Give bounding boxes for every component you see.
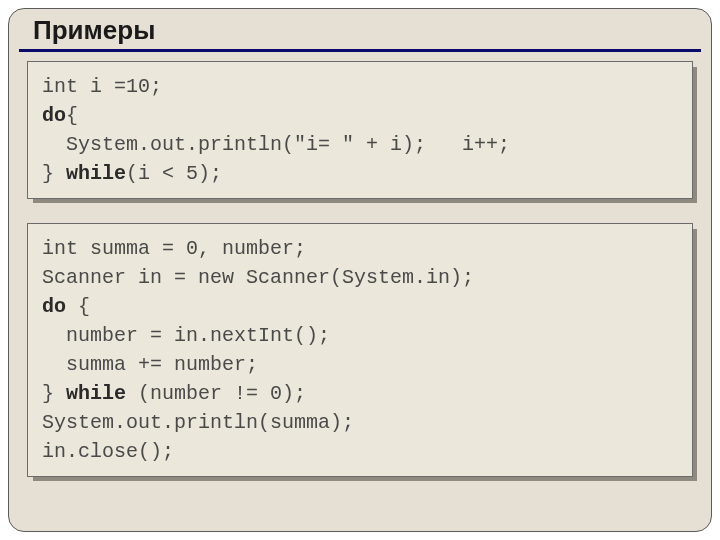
code-block-2-body: int summa = 0, number; Scanner in = new … (27, 223, 693, 477)
code-line: do { (42, 292, 678, 321)
content-area: int i =10; do{ System.out.println("i= " … (27, 61, 693, 517)
code-line: in.close(); (42, 437, 678, 466)
code-block-1: int i =10; do{ System.out.println("i= " … (27, 61, 693, 199)
code-line: number = in.nextInt(); (42, 321, 678, 350)
title-divider (19, 49, 701, 52)
code-line: int summa = 0, number; (42, 234, 678, 263)
code-line: } while (number != 0); (42, 379, 678, 408)
code-line: do{ (42, 101, 678, 130)
code-line: } while(i < 5); (42, 159, 678, 188)
code-block-1-body: int i =10; do{ System.out.println("i= " … (27, 61, 693, 199)
slide-card: Примеры int i =10; do{ System.out.printl… (8, 8, 712, 532)
code-block-2: int summa = 0, number; Scanner in = new … (27, 223, 693, 477)
code-line: System.out.println(summa); (42, 408, 678, 437)
code-line: summa += number; (42, 350, 678, 379)
code-line: Scanner in = new Scanner(System.in); (42, 263, 678, 292)
slide-title: Примеры (29, 15, 159, 46)
code-line: System.out.println("i= " + i); i++; (42, 130, 678, 159)
code-line: int i =10; (42, 72, 678, 101)
